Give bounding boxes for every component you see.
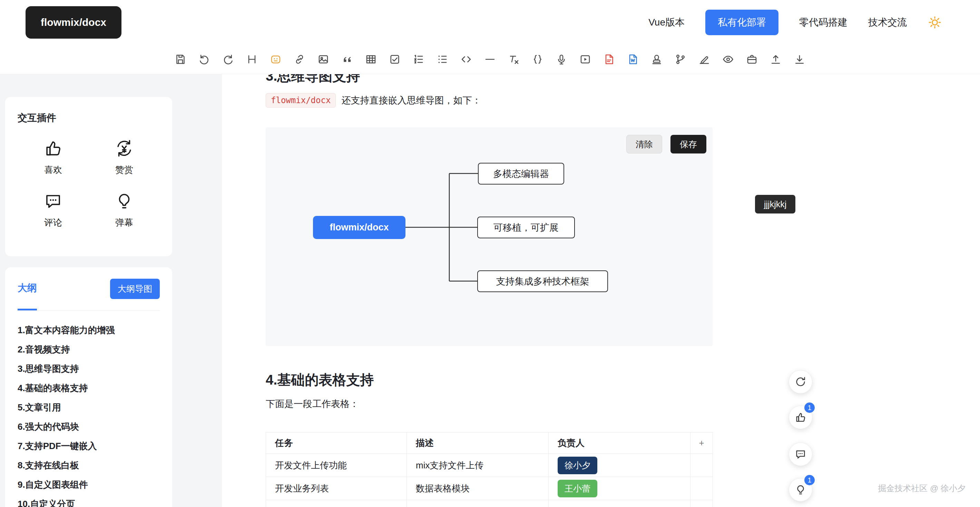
outline-item-1[interactable]: 1.富文本内容能力的增强 — [18, 320, 160, 340]
mindmap-intro: flowmix/docx 还支持直接嵌入思维导图，如下： — [266, 93, 713, 108]
comment-icon — [43, 191, 63, 211]
mindmap-save-button[interactable]: 保存 — [670, 135, 706, 154]
left-sidebar: 交互插件 喜欢 赞赏 评论 弹幕 — [0, 74, 222, 507]
branch-icon[interactable] — [674, 50, 687, 68]
upload-icon[interactable] — [769, 50, 783, 68]
comment-icon — [794, 448, 807, 461]
cell-task[interactable]: 开发文件上传功能 — [266, 454, 407, 477]
document-content: 3.思维导图支持 flowmix/docx 还支持直接嵌入思维导图，如下： 清除… — [266, 74, 713, 507]
outline-map-button[interactable]: 大纲导图 — [110, 279, 160, 299]
outline-item-10[interactable]: 10.自定义分页 — [18, 494, 160, 507]
table-row: 开发业务列表 数据表格模块 王小蕾 — [266, 477, 713, 500]
nav-tech-exchange[interactable]: 技术交流 — [868, 16, 907, 29]
nav-private-deploy-button[interactable]: 私有化部署 — [705, 10, 778, 35]
save-icon[interactable] — [173, 50, 188, 68]
thumbs-up-icon — [43, 138, 63, 158]
cell-task[interactable] — [266, 500, 407, 507]
like-count-badge: 1 — [804, 402, 815, 413]
undo-icon[interactable] — [197, 50, 211, 68]
download-icon[interactable] — [792, 50, 807, 68]
emoji-icon[interactable] — [269, 50, 283, 68]
plugin-label: 喜欢 — [44, 164, 62, 176]
outline-item-7[interactable]: 7.支持PDF一键嵌入 — [18, 436, 160, 456]
cell-empty — [690, 500, 713, 507]
cell-desc[interactable]: mix支持文件上传 — [407, 454, 549, 477]
redo-icon[interactable] — [221, 50, 235, 68]
history-button[interactable] — [789, 370, 812, 394]
cell-desc[interactable] — [407, 500, 549, 507]
stamp-icon[interactable] — [650, 50, 663, 68]
cell-empty — [690, 454, 713, 477]
nav-vue-version[interactable]: Vue版本 — [648, 16, 685, 29]
heading-icon[interactable] — [245, 50, 259, 68]
owner-badge: 王小蕾 — [558, 480, 597, 497]
link-icon[interactable] — [293, 50, 306, 68]
editor-main: 3.思维导图支持 flowmix/docx 还支持直接嵌入思维导图，如下： 清除… — [222, 74, 980, 507]
word-icon[interactable] — [626, 50, 640, 68]
mindmap-root-node[interactable]: flowmix/docx — [313, 216, 406, 239]
mindmap-panel: 清除 保存 flowmix/docx 多模态编辑器 可移植，可扩展 支持集成多种… — [266, 127, 713, 346]
unordered-list-icon[interactable] — [436, 50, 449, 68]
clear-format-icon[interactable] — [507, 50, 521, 68]
plugin-bullet-screen[interactable]: 弹幕 — [114, 191, 134, 229]
pdf-icon[interactable] — [602, 50, 616, 68]
top-header: flowmix/docx Vue版本 私有化部署 零代码搭建 技术交流 — [0, 0, 980, 45]
outline-item-4[interactable]: 4.基础的表格支持 — [18, 378, 160, 398]
plugins-grid: 喜欢 赞赏 评论 弹幕 — [18, 138, 160, 229]
briefcase-icon[interactable] — [745, 50, 759, 68]
inline-code-icon[interactable] — [459, 50, 473, 68]
mindmap-child-node[interactable]: 支持集成多种技术框架 — [477, 270, 608, 292]
plugin-comment[interactable]: 评论 — [43, 191, 63, 229]
cell-owner[interactable]: 徐小夕 — [549, 454, 690, 477]
section-heading-table: 4.基础的表格支持 — [266, 372, 713, 388]
cell-empty — [690, 477, 713, 500]
quote-icon[interactable] — [340, 50, 354, 68]
mindmap-clear-button[interactable]: 清除 — [626, 135, 662, 154]
floating-tooltip: jjjkjkkj — [755, 195, 795, 213]
cell-owner[interactable]: 王小蕾 — [549, 477, 690, 500]
refresh-icon — [794, 376, 807, 388]
outline-item-8[interactable]: 8.支持在线白板 — [18, 456, 160, 475]
voice-icon[interactable] — [555, 50, 568, 68]
divider-icon[interactable] — [483, 50, 497, 68]
outline-list: 1.富文本内容能力的增强 2.音视频支持 3.思维导图支持 4.基础的表格支持 … — [18, 311, 160, 507]
idea-button[interactable]: 1 — [789, 478, 812, 501]
col-header-task: 任务 — [266, 432, 407, 454]
cell-desc[interactable]: 数据表格模块 — [407, 477, 549, 500]
plugin-label: 弹幕 — [115, 216, 133, 229]
header-nav: Vue版本 私有化部署 零代码搭建 技术交流 — [648, 10, 942, 35]
owner-badge: 徐小夕 — [558, 457, 597, 474]
like-button[interactable]: 1 — [789, 405, 812, 429]
outline-item-5[interactable]: 5.文章引用 — [18, 398, 160, 417]
mindmap-actions: 清除 保存 — [626, 135, 706, 154]
cell-owner[interactable] — [549, 500, 690, 507]
image-icon[interactable] — [317, 50, 330, 68]
outline-item-6[interactable]: 6.强大的代码块 — [18, 417, 160, 436]
outline-card: 大纲 大纲导图 1.富文本内容能力的增强 2.音视频支持 3.思维导图支持 4.… — [5, 267, 172, 507]
outline-item-9[interactable]: 9.自定义图表组件 — [18, 475, 160, 494]
tab-outline[interactable]: 大纲 — [18, 267, 37, 310]
cell-task[interactable]: 开发业务列表 — [266, 477, 407, 500]
plugin-label: 赞赏 — [115, 164, 133, 176]
code-block-icon[interactable] — [531, 50, 544, 68]
comment-button[interactable] — [789, 442, 812, 466]
theme-toggle-button[interactable] — [928, 15, 942, 30]
preview-icon[interactable] — [721, 50, 735, 68]
ordered-list-icon[interactable] — [412, 50, 425, 68]
outline-item-2[interactable]: 2.音视频支持 — [18, 340, 160, 359]
plugins-card: 交互插件 喜欢 赞赏 评论 弹幕 — [5, 97, 172, 256]
outline-item-3[interactable]: 3.思维导图支持 — [18, 359, 160, 378]
table-icon[interactable] — [364, 50, 378, 68]
col-header-owner: 负责人 — [549, 432, 690, 454]
signature-icon[interactable] — [697, 50, 711, 68]
nav-no-code[interactable]: 零代码搭建 — [799, 16, 848, 29]
add-column-button[interactable]: + — [690, 432, 713, 454]
plugin-reward[interactable]: 赞赏 — [114, 138, 134, 176]
lightbulb-icon — [794, 483, 807, 496]
plugin-like[interactable]: 喜欢 — [43, 138, 63, 176]
checkbox-icon[interactable] — [388, 50, 402, 68]
mindmap-child-node[interactable]: 多模态编辑器 — [478, 163, 564, 184]
mindmap-child-node[interactable]: 可移植，可扩展 — [477, 216, 575, 238]
video-icon[interactable] — [578, 50, 592, 68]
thumbs-up-icon — [794, 411, 807, 424]
